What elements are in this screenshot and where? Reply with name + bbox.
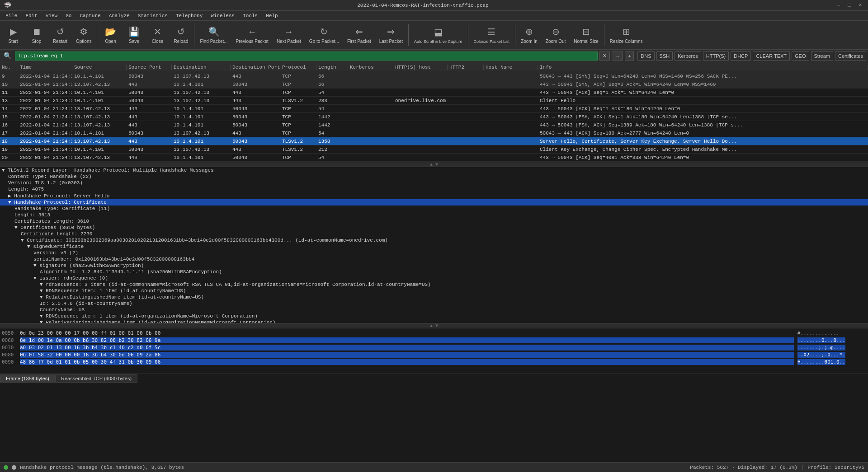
menu-telephony[interactable]: Telephony xyxy=(172,12,206,19)
table-row[interactable]: 112022-01-04 21:24:3610.1.4.1015004313.1… xyxy=(0,89,868,97)
table-row[interactable]: 152022-01-04 21:24:3613.107.42.1344310.1… xyxy=(0,113,868,121)
table-row[interactable]: 162022-01-04 21:24:3613.107.42.1344310.1… xyxy=(0,121,868,129)
hex-row[interactable]: 0070a0 03 02 01 13 00 16 3b b4 3b c1 40 … xyxy=(2,344,794,351)
open-button[interactable]: 📂 Open xyxy=(99,22,122,48)
filter-input[interactable] xyxy=(15,51,598,61)
colorize-button[interactable]: ☰ Colorize Packet List xyxy=(470,22,514,48)
filter-apply-button[interactable]: → xyxy=(612,51,623,61)
table-row[interactable]: 142022-01-04 21:24:3613.107.42.1344310.1… xyxy=(0,105,868,113)
hex-row[interactable]: 00800b 0f 58 32 00 00 00 16 3b b4 30 0d … xyxy=(2,351,794,358)
minimize-btn[interactable]: – xyxy=(835,2,843,9)
options-button[interactable]: ⚙ Options xyxy=(72,22,95,48)
hex-row[interactable]: 00608e 1d 00 1e 0a 00 0b b6 30 82 08 b2 … xyxy=(2,336,794,344)
tree-item[interactable]: ▼ RDNSequence item: 1 item (id-at-organi… xyxy=(0,313,868,319)
table-row[interactable]: 102022-01-04 21:24:3613.107.42.1344310.1… xyxy=(0,80,868,89)
tree-item[interactable]: ▼ Certificate: 308208b23082069aa00302010… xyxy=(0,237,868,243)
resize-cols-label: Resize Columns xyxy=(610,39,643,44)
table-cell: TCP xyxy=(280,106,316,112)
menu-go[interactable]: Go xyxy=(62,12,75,19)
menu-wireless[interactable]: Wireless xyxy=(207,12,238,19)
menu-help[interactable]: Help xyxy=(262,12,281,19)
tree-item[interactable]: ▼ RDNSequence item: 1 item (id-at-countr… xyxy=(0,288,868,294)
save-button[interactable]: 💾 Save xyxy=(123,22,145,48)
table-row[interactable]: 132022-01-04 21:24:3610.1.4.1015004313.1… xyxy=(0,97,868,105)
autoscroll-button[interactable]: ⬓ Auto Scroll in Live Capture xyxy=(410,22,466,48)
table-row[interactable]: 92022-01-04 21:24:3610.1.4.1015004313.10… xyxy=(0,72,868,80)
tree-item[interactable]: Version: TLS 1.2 (0x0303) xyxy=(0,180,868,186)
panel-divider-2[interactable]: ▲ ▼ xyxy=(0,323,868,328)
menu-tools[interactable]: Tools xyxy=(239,12,261,19)
frame-tab-0[interactable]: Frame (1358 bytes) xyxy=(0,374,55,383)
packet-table-header: No. Time Source Source Port Destination … xyxy=(0,62,868,72)
tree-item[interactable]: ▼ Certificates (3610 bytes) xyxy=(0,224,868,231)
next-packet-button[interactable]: → Next Packet xyxy=(273,22,305,48)
col-header-dport: Destination Port xyxy=(231,65,280,70)
filter-add-button[interactable]: + xyxy=(625,51,634,61)
zoom-in-button[interactable]: ⊕ Zoom In xyxy=(517,22,541,48)
hex-row[interactable]: 00500d 0e 23 00 00 00 17 00 00 ff 01 00 … xyxy=(2,329,794,336)
normal-size-button[interactable]: ⊟ Normal Size xyxy=(570,22,602,48)
table-row[interactable]: 172022-01-04 21:24:3610.1.4.1015004313.1… xyxy=(0,129,868,137)
menu-edit[interactable]: Edit xyxy=(22,12,41,19)
tree-item[interactable]: Certificate Length: 2230 xyxy=(0,231,868,237)
maximize-btn[interactable]: □ xyxy=(845,2,854,9)
tree-item[interactable]: Content Type: Handshake (22) xyxy=(0,173,868,180)
frame-tab-1[interactable]: Reassembled TCP (4080 bytes) xyxy=(55,374,137,383)
goto-packet-button[interactable]: ↻ Go to Packet... xyxy=(306,22,343,48)
find-packet-button[interactable]: 🔍 Find Packet... xyxy=(196,22,231,48)
menu-capture[interactable]: Capture xyxy=(76,12,104,19)
goto-icon: ↻ xyxy=(320,26,328,37)
filter-stream[interactable]: Stream xyxy=(811,51,833,61)
tree-item[interactable]: ▶ Handshake Protocol: Server Hello xyxy=(0,192,868,199)
filter-https[interactable]: HTTP(S) xyxy=(703,51,729,61)
tree-item[interactable]: serialNumber: 0x1200163bb43bc140c2d00f58… xyxy=(0,256,868,262)
hex-row[interactable]: 009048 86 f7 0d 01 01 0b 05 00 30 4f 31 … xyxy=(2,358,794,365)
prev-packet-button[interactable]: ← Previous Packet xyxy=(232,22,272,48)
resize-cols-button[interactable]: ⊞ Resize Columns xyxy=(606,22,646,48)
tree-item[interactable]: Certificates Length: 3610 xyxy=(0,218,868,224)
tree-item[interactable]: ▼ issuer: rdnSequence (0) xyxy=(0,275,868,281)
start-button[interactable]: ▶ Start xyxy=(2,22,24,48)
menu-statistics[interactable]: Statistics xyxy=(134,12,171,19)
tree-item[interactable]: Id: 2.5.4.6 (id-at-countryName) xyxy=(0,300,868,307)
tree-item[interactable]: ▼ signedCertificate xyxy=(0,243,868,250)
table-cell: 2022-01-04 21:24:36 xyxy=(18,74,72,79)
filter-ssh[interactable]: SSH xyxy=(656,51,673,61)
filter-kerberos[interactable]: Kerberos xyxy=(675,51,701,61)
zoom-out-button[interactable]: ⊖ Zoom Out xyxy=(542,22,569,48)
close-file-button[interactable]: ✕ Close xyxy=(146,22,169,48)
last-packet-button[interactable]: ⇒ Last Packet xyxy=(376,22,406,48)
table-row[interactable]: 192022-01-04 21:24:3610.1.4.1015004313.1… xyxy=(0,145,868,154)
first-packet-button[interactable]: ⇐ First Packet xyxy=(344,22,375,48)
tree-item[interactable]: ▼ Handshake Protocol: Certificate xyxy=(0,199,868,206)
filter-dns[interactable]: DNS xyxy=(637,51,654,61)
menu-file[interactable]: File xyxy=(2,12,21,19)
filter-cleartext[interactable]: CLEAR TEXT xyxy=(753,51,790,61)
table-row[interactable]: 182022-01-04 21:24:3613.107.42.1344310.1… xyxy=(0,137,868,145)
filter-dhcp[interactable]: DHCP xyxy=(731,51,751,61)
tree-item[interactable]: ▼ signature (sha256WithRSAEncryption) xyxy=(0,262,868,269)
tree-item[interactable]: Handshake Type: Certificate (11) xyxy=(0,206,868,212)
filter-geo[interactable]: GEO xyxy=(792,51,809,61)
tree-item[interactable]: ▼ RelativeDistinguishedName item (id-at-… xyxy=(0,319,868,323)
tree-item[interactable]: Algorithm Id: 1.2.840.113549.1.1.11 (sha… xyxy=(0,269,868,275)
tree-item[interactable]: CountryName: US xyxy=(0,307,868,313)
tree-item[interactable]: Length: 3613 xyxy=(0,212,868,218)
tree-item[interactable]: Length: 4075 xyxy=(0,186,868,192)
tree-item[interactable]: ▼ RelativeDistinguishedName item (id-at-… xyxy=(0,294,868,300)
filter-certificates[interactable]: Certificates xyxy=(835,51,866,61)
menu-analyze[interactable]: Analyze xyxy=(105,12,133,19)
panel-divider-1[interactable]: ▲ ▼ xyxy=(0,162,868,167)
filter-clear-button[interactable]: ✕ xyxy=(599,51,610,61)
tree-item[interactable]: ▼ rdnSequence: 3 items (id-at-commonName… xyxy=(0,281,868,288)
toolbar-sep-3 xyxy=(408,24,409,46)
table-row[interactable]: 202022-01-04 21:24:3613.107.42.1344310.1… xyxy=(0,154,868,162)
tree-item[interactable]: version: v3 (2) xyxy=(0,250,868,256)
close-btn[interactable]: × xyxy=(856,2,864,9)
tree-item[interactable]: ▼ TLSv1.2 Record Layer: Handshake Protoc… xyxy=(0,167,868,173)
menu-view[interactable]: View xyxy=(42,12,61,19)
restart-button[interactable]: ↺ Restart xyxy=(49,22,71,48)
stop-button[interactable]: ⏹ Stop xyxy=(25,22,48,48)
reload-button[interactable]: ↺ Reload xyxy=(170,22,192,48)
table-cell: 14 xyxy=(0,106,18,112)
